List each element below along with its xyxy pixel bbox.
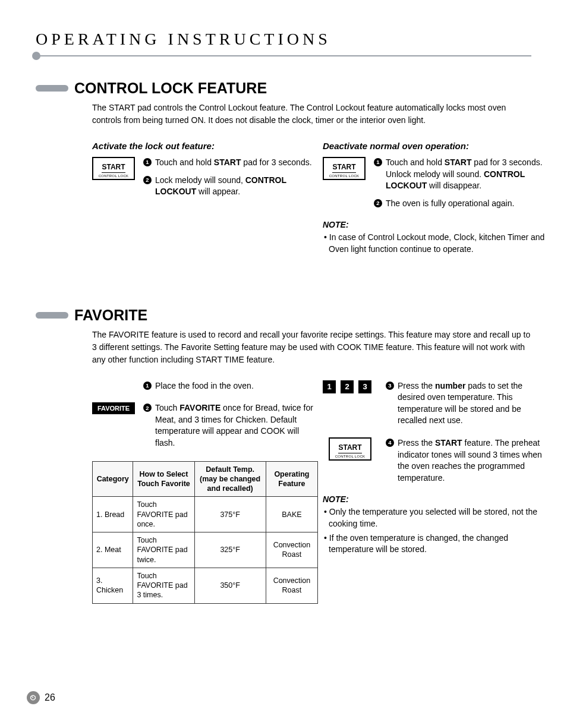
- start-pad-label: START: [332, 163, 355, 173]
- table-row: 2. Meat Touch FAVORITE pad twice. 325°F …: [93, 532, 318, 568]
- start-pad-label: START: [102, 163, 125, 173]
- step-number-icon: 3: [386, 382, 394, 390]
- start-pad-sublabel: CONTROL LOCK: [329, 174, 360, 178]
- table-cell: Touch FAVORITE pad once.: [133, 497, 194, 532]
- favorite-note-1: • Only the temperature you selected will…: [323, 506, 549, 530]
- deactivate-step-1: 1 Touch and hold START pad for 3 seconds…: [374, 157, 549, 192]
- step-number-icon: 2: [143, 176, 152, 184]
- favorite-right-column: 1 2 3 3 Press the number pads to set the…: [323, 380, 549, 604]
- deactivate-subheading: Deactivate normal oven operation:: [323, 141, 549, 151]
- favorite-intro: The FAVORITE feature is used to record a…: [92, 329, 531, 366]
- activate-column: Activate the lock out feature: START CON…: [92, 141, 318, 258]
- step-number-icon: 1: [143, 158, 152, 166]
- table-header-row: Category How to Select Touch Favorite De…: [93, 461, 318, 497]
- table-header: Default Temp. (may be changed and recall…: [194, 461, 266, 497]
- section-heading-control-lock: CONTROL LOCK FEATURE: [74, 80, 267, 97]
- start-pad-deactivate: START CONTROL LOCK: [323, 157, 366, 180]
- number-pads: 1 2 3: [323, 380, 377, 393]
- start-pad-sublabel: CONTROL LOCK: [99, 174, 129, 178]
- step-number-icon: 2: [143, 404, 152, 412]
- title-rule: [36, 52, 531, 59]
- deactivate-step-2: 2 The oven is fully operational again.: [374, 198, 549, 210]
- bullet-bar-icon: [36, 85, 68, 92]
- table-cell: Touch FAVORITE pad 3 times.: [133, 568, 194, 603]
- number-pad-2: 2: [341, 380, 354, 393]
- table-cell: 350°F: [194, 568, 266, 603]
- table-row: 3. Chicken Touch FAVORITE pad 3 times. 3…: [93, 568, 318, 603]
- table-cell: 3. Chicken: [93, 568, 133, 603]
- favorite-table: Category How to Select Touch Favorite De…: [92, 461, 318, 604]
- favorite-note-2: • If the oven temperature is changed, th…: [323, 532, 549, 556]
- step-number-icon: 4: [386, 439, 394, 447]
- number-pad-3: 3: [358, 380, 371, 393]
- page-title: OPERATING INSTRUCTIONS: [36, 30, 531, 49]
- section-control-lock-heading-row: CONTROL LOCK FEATURE: [36, 80, 531, 97]
- control-lock-intro: The START pad controls the Control Locko…: [92, 102, 531, 127]
- activate-step-2: 2 Lock melody will sound, CONTROL LOCKOU…: [143, 175, 318, 198]
- favorite-note-label: NOTE:: [323, 494, 549, 504]
- step-number-icon: 2: [374, 199, 382, 207]
- favorite-step-2: 2 Touch FAVORITE once for Bread, twice f…: [143, 402, 318, 449]
- start-pad-label: START: [338, 443, 361, 453]
- table-cell: 375°F: [194, 497, 266, 532]
- table-cell: Convection Roast: [266, 568, 317, 603]
- table-cell: 2. Meat: [93, 532, 133, 568]
- start-pad-sublabel: CONTROL LOCK: [335, 455, 366, 458]
- section-heading-favorite: FAVORITE: [74, 307, 147, 324]
- section-favorite-heading-row: FAVORITE: [36, 307, 531, 324]
- activate-step-1: 1 Touch and hold START pad for 3 seconds…: [143, 157, 318, 169]
- bullet-bar-icon: [36, 312, 68, 319]
- step-number-icon: 1: [143, 382, 152, 390]
- table-cell: Convection Roast: [266, 532, 317, 568]
- deactivate-note-label: NOTE:: [323, 220, 549, 229]
- favorite-step-3: 3 Press the number pads to set the desir…: [386, 380, 549, 427]
- favorite-left-column: 1 Place the food in the oven. FAVORITE 2…: [92, 380, 318, 604]
- favorite-step-4: 4 Press the START feature. The preheat i…: [386, 437, 549, 484]
- number-pad-1: 1: [323, 380, 336, 393]
- table-header: Operating Feature: [266, 461, 317, 497]
- table-cell: BAKE: [266, 497, 317, 532]
- table-row: 1. Bread Touch FAVORITE pad once. 375°F …: [93, 497, 318, 532]
- table-cell: 1. Bread: [93, 497, 133, 532]
- favorite-pad: FAVORITE: [92, 402, 135, 414]
- favorite-step-1: 1 Place the food in the oven.: [143, 380, 254, 392]
- deactivate-note: • In case of Control Lockout mode, Clock…: [323, 232, 549, 255]
- deactivate-column: Deactivate normal oven operation: START …: [323, 141, 549, 258]
- step-number-icon: 1: [374, 158, 382, 166]
- activate-subheading: Activate the lock out feature:: [92, 141, 318, 151]
- table-header: How to Select Touch Favorite: [133, 461, 194, 497]
- table-cell: 325°F: [194, 532, 266, 568]
- table-header: Category: [93, 461, 133, 497]
- table-cell: Touch FAVORITE pad twice.: [133, 532, 194, 568]
- start-pad-activate: START CONTROL LOCK: [92, 157, 135, 180]
- start-pad-favorite: START CONTROL LOCK: [329, 437, 371, 461]
